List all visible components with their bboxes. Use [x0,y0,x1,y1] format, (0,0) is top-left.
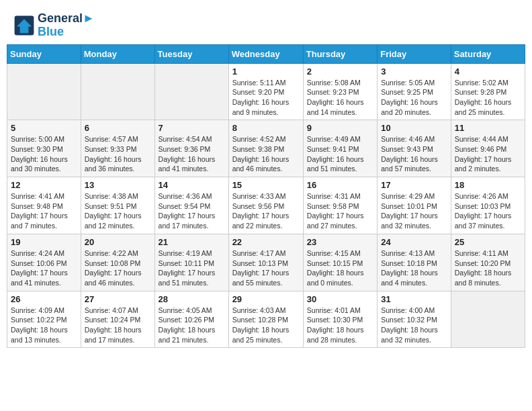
calendar-cell: 23Sunrise: 4:15 AM Sunset: 10:15 PM Dayl… [303,234,377,291]
day-info: Sunrise: 5:11 AM Sunset: 9:20 PM Dayligh… [232,78,300,118]
day-number: 4 [455,66,521,77]
day-info: Sunrise: 4:38 AM Sunset: 9:51 PM Dayligh… [85,191,151,231]
calendar-cell: 28Sunrise: 4:05 AM Sunset: 10:26 PM Dayl… [154,291,228,348]
day-number: 11 [455,123,521,133]
day-info: Sunrise: 4:44 AM Sunset: 9:46 PM Dayligh… [455,134,521,174]
day-number: 28 [159,294,225,304]
calendar-cell: 21Sunrise: 4:19 AM Sunset: 10:11 PM Dayl… [154,234,228,291]
calendar-cell: 2Sunrise: 5:08 AM Sunset: 9:23 PM Daylig… [303,63,377,120]
day-info: Sunrise: 4:11 AM Sunset: 10:20 PM Daylig… [455,248,521,288]
day-info: Sunrise: 4:13 AM Sunset: 10:18 PM Daylig… [381,248,447,288]
calendar-cell: 5Sunrise: 5:00 AM Sunset: 9:30 PM Daylig… [7,120,81,177]
day-info: Sunrise: 4:31 AM Sunset: 9:58 PM Dayligh… [307,191,373,231]
day-info: Sunrise: 5:00 AM Sunset: 9:30 PM Dayligh… [11,134,77,174]
day-info: Sunrise: 4:09 AM Sunset: 10:22 PM Daylig… [11,306,77,345]
calendar-cell: 20Sunrise: 4:22 AM Sunset: 10:08 PM Dayl… [81,234,154,291]
day-number: 26 [11,294,77,304]
calendar-cell: 1Sunrise: 5:11 AM Sunset: 9:20 PM Daylig… [228,63,303,120]
day-info: Sunrise: 4:00 AM Sunset: 10:32 PM Daylig… [381,306,447,345]
calendar-cell: 24Sunrise: 4:13 AM Sunset: 10:18 PM Dayl… [378,234,451,291]
day-number: 16 [307,180,373,190]
calendar-cell: 18Sunrise: 4:26 AM Sunset: 10:03 PM Dayl… [451,177,525,234]
calendar-cell: 13Sunrise: 4:38 AM Sunset: 9:51 PM Dayli… [81,177,154,234]
calendar-cell: 12Sunrise: 4:41 AM Sunset: 9:48 PM Dayli… [7,177,81,234]
day-number: 5 [11,123,77,133]
day-number: 23 [307,237,373,247]
day-number: 25 [455,237,521,247]
calendar-cell: 6Sunrise: 4:57 AM Sunset: 9:33 PM Daylig… [81,120,154,177]
week-row-1: 1Sunrise: 5:11 AM Sunset: 9:20 PM Daylig… [7,63,525,120]
day-header-friday: Friday [378,44,451,63]
day-info: Sunrise: 4:05 AM Sunset: 10:26 PM Daylig… [159,306,225,345]
day-number: 22 [232,237,300,247]
day-header-saturday: Saturday [451,44,525,63]
day-number: 18 [455,180,521,190]
day-number: 1 [232,66,300,77]
day-number: 21 [159,237,225,247]
calendar-cell [7,63,81,120]
calendar-cell: 25Sunrise: 4:11 AM Sunset: 10:20 PM Dayl… [451,234,525,291]
day-info: Sunrise: 4:33 AM Sunset: 9:56 PM Dayligh… [232,191,300,231]
calendar-cell: 27Sunrise: 4:07 AM Sunset: 10:24 PM Dayl… [81,291,154,348]
calendar-cell: 7Sunrise: 4:54 AM Sunset: 9:36 PM Daylig… [154,120,228,177]
day-number: 27 [85,294,151,304]
day-number: 31 [381,294,447,304]
logo: General► Blue [13,12,95,39]
day-number: 9 [307,123,373,133]
calendar-cell: 10Sunrise: 4:46 AM Sunset: 9:43 PM Dayli… [378,120,451,177]
calendar-cell: 22Sunrise: 4:17 AM Sunset: 10:13 PM Dayl… [228,234,303,291]
day-number: 13 [85,180,151,190]
day-info: Sunrise: 4:01 AM Sunset: 10:30 PM Daylig… [307,306,373,345]
day-info: Sunrise: 4:17 AM Sunset: 10:13 PM Daylig… [232,248,300,288]
day-info: Sunrise: 4:57 AM Sunset: 9:33 PM Dayligh… [85,134,151,174]
week-row-3: 12Sunrise: 4:41 AM Sunset: 9:48 PM Dayli… [7,177,525,234]
day-number: 10 [381,123,447,133]
day-info: Sunrise: 4:07 AM Sunset: 10:24 PM Daylig… [85,306,151,345]
day-number: 2 [307,66,373,77]
calendar-cell: 17Sunrise: 4:29 AM Sunset: 10:01 PM Dayl… [378,177,451,234]
day-number: 17 [381,180,447,190]
calendar-cell: 9Sunrise: 4:49 AM Sunset: 9:41 PM Daylig… [303,120,377,177]
calendar-cell: 19Sunrise: 4:24 AM Sunset: 10:06 PM Dayl… [7,234,81,291]
day-info: Sunrise: 4:03 AM Sunset: 10:28 PM Daylig… [232,306,300,345]
day-info: Sunrise: 4:22 AM Sunset: 10:08 PM Daylig… [85,248,151,288]
calendar-cell: 15Sunrise: 4:33 AM Sunset: 9:56 PM Dayli… [228,177,303,234]
week-row-4: 19Sunrise: 4:24 AM Sunset: 10:06 PM Dayl… [7,234,525,291]
day-info: Sunrise: 4:41 AM Sunset: 9:48 PM Dayligh… [11,191,77,231]
day-header-tuesday: Tuesday [154,44,228,63]
calendar-cell [154,63,228,120]
day-header-monday: Monday [81,44,154,63]
calendar-cell: 16Sunrise: 4:31 AM Sunset: 9:58 PM Dayli… [303,177,377,234]
calendar-cell: 11Sunrise: 4:44 AM Sunset: 9:46 PM Dayli… [451,120,525,177]
day-info: Sunrise: 4:26 AM Sunset: 10:03 PM Daylig… [455,191,521,231]
day-number: 7 [159,123,225,133]
week-row-2: 5Sunrise: 5:00 AM Sunset: 9:30 PM Daylig… [7,120,525,177]
calendar-cell [451,291,525,348]
calendar-cell: 29Sunrise: 4:03 AM Sunset: 10:28 PM Dayl… [228,291,303,348]
calendar-table: SundayMondayTuesdayWednesdayThursdayFrid… [7,44,525,349]
calendar-cell: 14Sunrise: 4:36 AM Sunset: 9:54 PM Dayli… [154,177,228,234]
day-number: 24 [381,237,447,247]
day-info: Sunrise: 4:36 AM Sunset: 9:54 PM Dayligh… [159,191,225,231]
day-info: Sunrise: 5:02 AM Sunset: 9:28 PM Dayligh… [455,78,521,118]
day-info: Sunrise: 4:54 AM Sunset: 9:36 PM Dayligh… [159,134,225,174]
calendar-cell: 26Sunrise: 4:09 AM Sunset: 10:22 PM Dayl… [7,291,81,348]
page-header: General► Blue [0,0,532,44]
day-info: Sunrise: 4:49 AM Sunset: 9:41 PM Dayligh… [307,134,373,174]
calendar-wrap: SundayMondayTuesdayWednesdayThursdayFrid… [0,44,532,355]
calendar-cell: 8Sunrise: 4:52 AM Sunset: 9:38 PM Daylig… [228,120,303,177]
day-number: 20 [85,237,151,247]
day-header-sunday: Sunday [7,44,81,63]
day-number: 3 [381,66,447,77]
calendar-cell: 31Sunrise: 4:00 AM Sunset: 10:32 PM Dayl… [378,291,451,348]
week-row-5: 26Sunrise: 4:09 AM Sunset: 10:22 PM Dayl… [7,291,525,348]
day-number: 19 [11,237,77,247]
day-info: Sunrise: 4:19 AM Sunset: 10:11 PM Daylig… [159,248,225,288]
calendar-cell: 30Sunrise: 4:01 AM Sunset: 10:30 PM Dayl… [303,291,377,348]
day-info: Sunrise: 4:52 AM Sunset: 9:38 PM Dayligh… [232,134,300,174]
days-header-row: SundayMondayTuesdayWednesdayThursdayFrid… [7,44,525,63]
day-number: 14 [159,180,225,190]
day-number: 15 [232,180,300,190]
day-info: Sunrise: 4:29 AM Sunset: 10:01 PM Daylig… [381,191,447,231]
day-info: Sunrise: 5:08 AM Sunset: 9:23 PM Dayligh… [307,78,373,118]
